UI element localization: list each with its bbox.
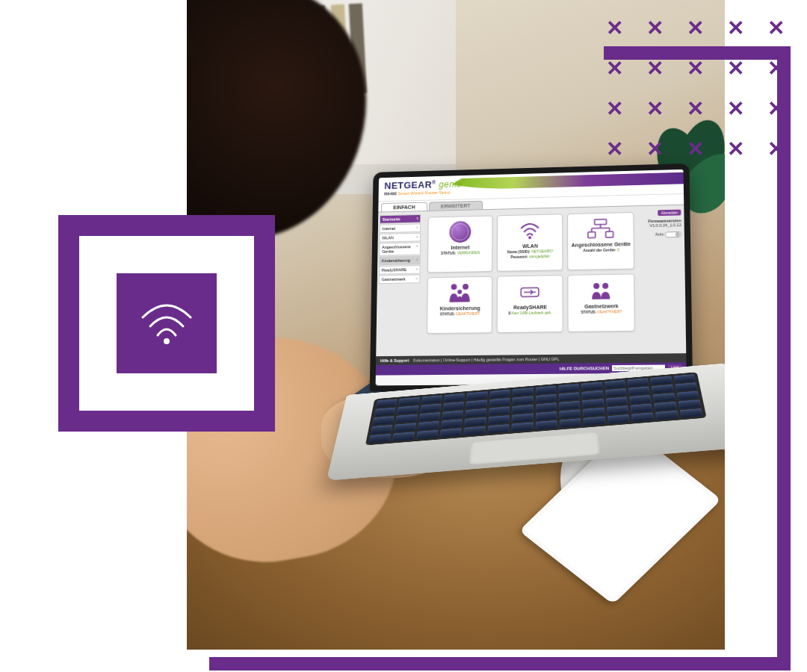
svg-point-14 bbox=[164, 338, 170, 344]
x-pattern: ✕✕✕✕✕✕✕✕✕✕✕✕✕✕✕✕✕✕✕✕ bbox=[599, 19, 791, 170]
wifi-icon bbox=[137, 299, 197, 347]
wifi-badge-inner bbox=[117, 273, 217, 373]
